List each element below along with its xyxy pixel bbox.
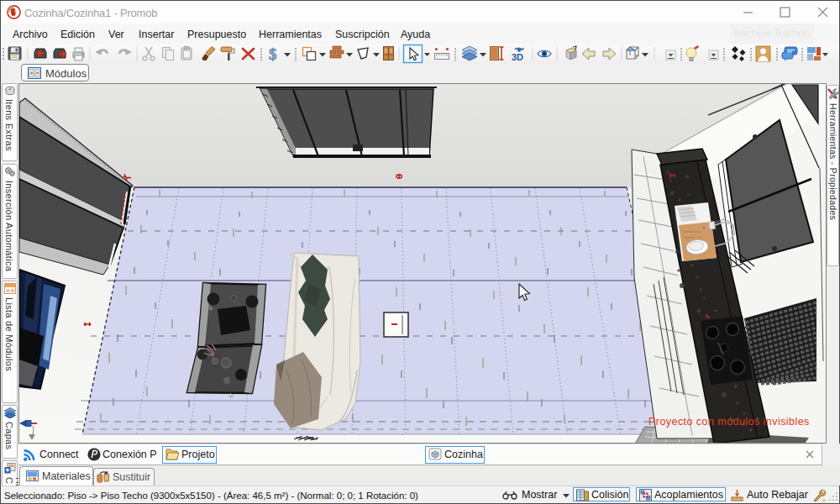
svg-text:Proyecto con módulos invisible: Proyecto con módulos invisibles [648, 416, 810, 428]
svg-text:$: $ [269, 45, 277, 63]
svg-text:3D: 3D [512, 52, 523, 62]
